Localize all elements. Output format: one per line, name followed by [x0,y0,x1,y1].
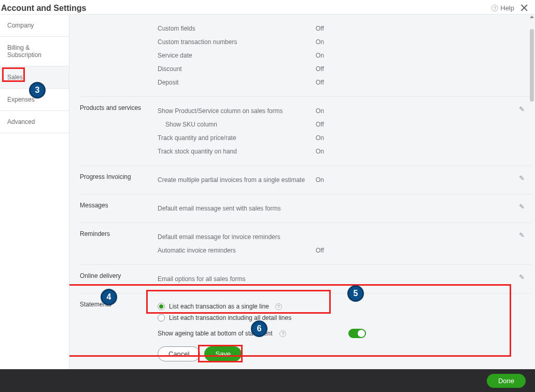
scroll-thumb[interactable] [530,29,534,102]
row-label: Automatic invoice reminders [158,247,316,254]
close-icon[interactable]: ✕ [519,3,529,14]
row-value: On [316,176,324,184]
cancel-button[interactable]: Cancel [158,346,200,361]
toggle-label: Show ageing table at bottom of statement [158,330,272,337]
section-statements: Statements List each transaction as a si… [80,293,531,374]
row-label: Custom fields [158,25,316,32]
row-value: On [316,52,324,59]
done-button[interactable]: Done [487,374,526,388]
sidebar-item-sales[interactable]: Sales [0,66,69,89]
section-label: Reminders [80,230,158,257]
row-value: Off [316,65,324,73]
row-value: On [316,134,324,142]
section-reminders: Reminders Default email message for invo… [80,222,531,264]
section-messages: Messages Default email message sent with… [80,194,531,222]
info-icon[interactable]: ? [279,330,286,337]
scrollbar[interactable] [530,16,534,376]
row-value: On [316,107,324,115]
help-icon: ? [491,5,498,11]
row-value: Off [316,79,324,86]
main-panel: Custom fieldsOff Custom transaction numb… [69,15,535,377]
section-products-services: Products and services Show Product/Servi… [80,96,531,165]
row-label: Create multiple partial invoices from a … [158,176,316,184]
pencil-icon[interactable]: ✎ [519,203,525,211]
section-online-delivery: Online delivery Email options for all sa… [80,264,531,293]
section-label: Products and services [80,104,158,158]
section-label: Statements [80,301,158,361]
row-label: Discount [158,65,316,73]
radio-icon [158,314,165,321]
pencil-icon[interactable]: ✎ [519,105,525,113]
pencil-icon[interactable]: ✎ [519,273,525,281]
sidebar-item-billing[interactable]: Billing & Subscription [0,37,69,66]
sidebar-item-expenses[interactable]: Expenses [0,89,69,111]
header: Account and Settings ? Help ✕ [0,0,535,15]
radio-single-line[interactable]: List each transaction as a single line ? [158,301,512,312]
row-label: Show Product/Service column on sales for… [158,107,316,115]
radio-detail-lines[interactable]: List each transaction including all deta… [158,312,512,324]
pencil-icon[interactable]: ✎ [519,231,525,239]
help-link[interactable]: ? Help [489,4,514,12]
sidebar-item-label: Sales [7,74,23,81]
row-value: Off [316,247,324,254]
row-label: Track quantity and price/rate [158,134,316,142]
radio-icon [158,303,165,310]
sidebar-item-advanced[interactable]: Advanced [0,111,69,133]
section-label: Online delivery [80,272,158,286]
section-label: Messages [80,202,158,215]
footer-bar: Done [0,369,535,392]
scroll-up-icon[interactable] [530,16,534,18]
radio-label: List each transaction as a single line [169,303,269,310]
section-label: Progress Invoicing [80,173,158,187]
row-label: Default email message sent with sales fo… [158,205,316,212]
section-sales-form-content: Custom fieldsOff Custom transaction numb… [80,15,531,96]
save-button[interactable]: Save [204,346,242,361]
row-value: Off [316,121,324,128]
sidebar: Company Billing & Subscription Sales Exp… [0,15,69,377]
row-label: Service date [158,52,316,59]
info-icon[interactable]: ? [275,303,282,310]
row-label: Deposit [158,79,316,86]
row-label: Custom transaction numbers [158,38,316,46]
row-label: Email options for all sales forms [158,275,316,283]
radio-label: List each transaction including all deta… [169,314,291,321]
row-label: Track stock quantity on hand [158,148,316,155]
row-label: Show SKU column [158,121,316,128]
pencil-icon[interactable]: ✎ [519,174,525,182]
page-title: Account and Settings [0,4,86,13]
section-progress-invoicing: Progress Invoicing Create multiple parti… [80,165,531,194]
ageing-toggle[interactable] [348,329,366,338]
row-value: Off [316,25,324,32]
row-value: On [316,38,324,46]
sidebar-item-company[interactable]: Company [0,15,69,37]
row-label: Default email message for invoice remind… [158,233,316,241]
row-value: On [316,148,324,155]
help-label: Help [500,4,514,12]
